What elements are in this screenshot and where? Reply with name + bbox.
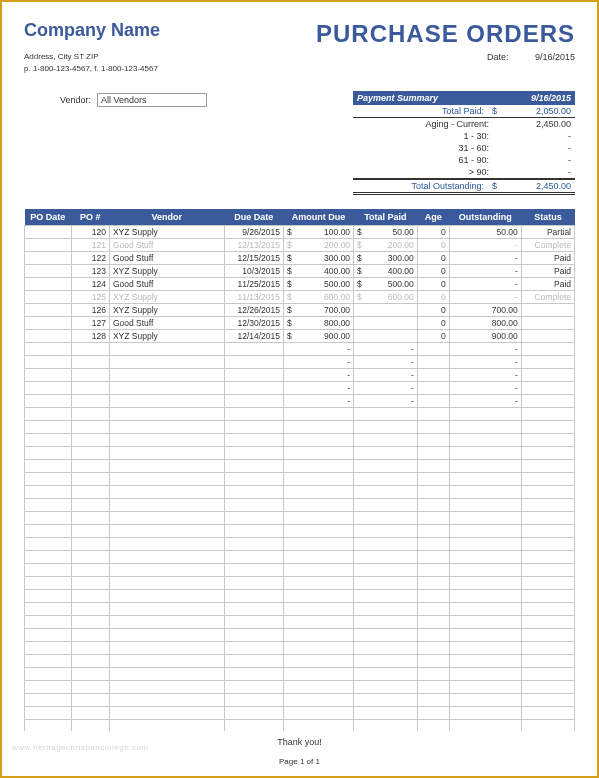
cell-status[interactable] [521, 304, 574, 317]
cell-po-date[interactable] [25, 252, 72, 265]
table-row[interactable] [25, 616, 575, 629]
cell-age[interactable]: 0 [417, 304, 449, 317]
cell-po-date[interactable] [25, 291, 72, 304]
cell-out[interactable]: - [449, 252, 521, 265]
cell-out[interactable]: - [449, 265, 521, 278]
cell-status[interactable]: Partial [521, 226, 574, 239]
cell-due[interactable]: 12/26/2015 [224, 304, 283, 317]
table-row[interactable] [25, 707, 575, 720]
cell-po-num[interactable]: 123 [71, 265, 109, 278]
cell-po-date[interactable] [25, 304, 72, 317]
cell-vendor[interactable]: Good Stuff [109, 252, 224, 265]
cell-po-date[interactable] [25, 265, 72, 278]
cell-vendor[interactable]: XYZ Supply [109, 226, 224, 239]
cell-vendor[interactable]: XYZ Supply [109, 291, 224, 304]
table-row[interactable]: 128XYZ Supply12/14/2015$900.000900.00 [25, 330, 575, 343]
cell-paid[interactable]: $300.00 [354, 252, 418, 265]
col-age[interactable]: Age [417, 209, 449, 226]
cell-status[interactable]: Paid [521, 278, 574, 291]
table-row[interactable]: 123XYZ Supply10/3/2015$400.00$400.000-Pa… [25, 265, 575, 278]
table-row[interactable] [25, 590, 575, 603]
cell-po-date[interactable] [25, 239, 72, 252]
table-row[interactable] [25, 486, 575, 499]
cell-status[interactable]: Complete [521, 239, 574, 252]
cell-status[interactable] [521, 330, 574, 343]
table-row[interactable] [25, 603, 575, 616]
table-row[interactable]: 127Good Stuff12/30/2015$800.000800.00 [25, 317, 575, 330]
cell-age[interactable]: 0 [417, 278, 449, 291]
cell-status[interactable]: Paid [521, 265, 574, 278]
cell-amount[interactable]: $500.00 [284, 278, 354, 291]
table-row[interactable]: --- [25, 382, 575, 395]
cell-age[interactable]: 0 [417, 239, 449, 252]
cell-po-date[interactable] [25, 226, 72, 239]
table-row[interactable] [25, 460, 575, 473]
cell-po-date[interactable] [25, 330, 72, 343]
cell-amount[interactable]: $900.00 [284, 330, 354, 343]
cell-po-date[interactable] [25, 278, 72, 291]
table-row[interactable] [25, 434, 575, 447]
cell-vendor[interactable]: XYZ Supply [109, 304, 224, 317]
cell-paid[interactable]: $200.00 [354, 239, 418, 252]
cell-due[interactable]: 12/14/2015 [224, 330, 283, 343]
cell-vendor[interactable]: Good Stuff [109, 278, 224, 291]
cell-status[interactable] [521, 317, 574, 330]
vendor-select[interactable]: All Vendors [97, 93, 207, 107]
cell-out[interactable]: 900.00 [449, 330, 521, 343]
table-row[interactable] [25, 551, 575, 564]
table-row[interactable]: 125XYZ Supply11/13/2015$600.00$600.000-C… [25, 291, 575, 304]
table-row[interactable] [25, 564, 575, 577]
table-row[interactable] [25, 499, 575, 512]
cell-age[interactable]: 0 [417, 330, 449, 343]
cell-age[interactable]: 0 [417, 317, 449, 330]
cell-paid[interactable] [354, 317, 418, 330]
table-row[interactable]: --- [25, 343, 575, 356]
table-row[interactable]: --- [25, 395, 575, 408]
cell-age[interactable]: 0 [417, 226, 449, 239]
table-row[interactable] [25, 668, 575, 681]
col-po-date[interactable]: PO Date [25, 209, 72, 226]
cell-vendor[interactable]: XYZ Supply [109, 330, 224, 343]
cell-out[interactable]: - [449, 278, 521, 291]
cell-po-num[interactable]: 121 [71, 239, 109, 252]
cell-paid[interactable]: $50.00 [354, 226, 418, 239]
table-row[interactable] [25, 655, 575, 668]
cell-due[interactable]: 12/30/2015 [224, 317, 283, 330]
cell-age[interactable]: 0 [417, 252, 449, 265]
cell-due[interactable]: 12/13/2015 [224, 239, 283, 252]
cell-amount[interactable]: $100.00 [284, 226, 354, 239]
cell-out[interactable]: 700.00 [449, 304, 521, 317]
col-total-paid[interactable]: Total Paid [354, 209, 418, 226]
cell-out[interactable]: 800.00 [449, 317, 521, 330]
cell-out[interactable]: 50.00 [449, 226, 521, 239]
table-row[interactable]: --- [25, 356, 575, 369]
cell-amount[interactable]: $300.00 [284, 252, 354, 265]
cell-due[interactable]: 10/3/2015 [224, 265, 283, 278]
table-row[interactable] [25, 473, 575, 486]
cell-due[interactable]: 11/13/2015 [224, 291, 283, 304]
table-row[interactable]: 126XYZ Supply12/26/2015$700.000700.00 [25, 304, 575, 317]
table-row[interactable] [25, 447, 575, 460]
table-row[interactable] [25, 421, 575, 434]
col-outstanding[interactable]: Outstanding [449, 209, 521, 226]
cell-po-num[interactable]: 127 [71, 317, 109, 330]
cell-vendor[interactable]: Good Stuff [109, 317, 224, 330]
cell-amount[interactable]: $400.00 [284, 265, 354, 278]
cell-amount[interactable]: $600.00 [284, 291, 354, 304]
table-row[interactable] [25, 408, 575, 421]
cell-paid[interactable] [354, 304, 418, 317]
cell-out[interactable]: - [449, 239, 521, 252]
table-row[interactable] [25, 694, 575, 707]
table-row[interactable]: 122Good Stuff12/15/2015$300.00$300.000-P… [25, 252, 575, 265]
table-row[interactable] [25, 525, 575, 538]
table-row[interactable] [25, 538, 575, 551]
table-row[interactable] [25, 720, 575, 732]
col-po-num[interactable]: PO # [71, 209, 109, 226]
table-row[interactable] [25, 577, 575, 590]
table-row[interactable]: 121Good Stuff12/13/2015$200.00$200.000-C… [25, 239, 575, 252]
cell-due[interactable]: 12/15/2015 [224, 252, 283, 265]
cell-status[interactable]: Complete [521, 291, 574, 304]
col-vendor[interactable]: Vendor [109, 209, 224, 226]
cell-paid[interactable] [354, 330, 418, 343]
cell-paid[interactable]: $600.00 [354, 291, 418, 304]
